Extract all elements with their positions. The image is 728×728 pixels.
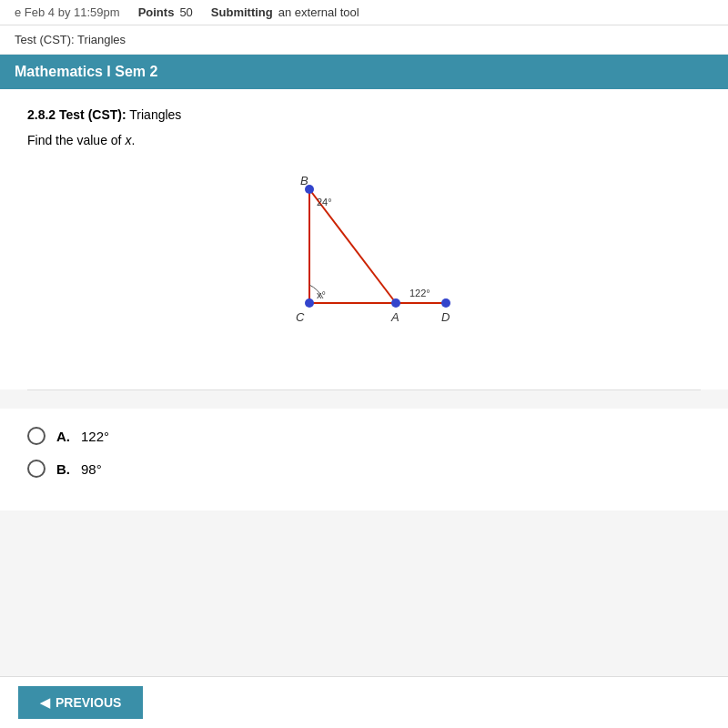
radio-b[interactable] bbox=[27, 460, 46, 478]
main-content: 2.8.2 Test (CST): Triangles Find the val… bbox=[0, 89, 728, 389]
svg-text:D: D bbox=[441, 310, 450, 324]
svg-text:A: A bbox=[390, 310, 399, 324]
svg-text:122°: 122° bbox=[410, 288, 430, 298]
bottom-nav: ◀ PREVIOUS bbox=[0, 676, 728, 728]
submitting-info: Submitting an external tool bbox=[211, 5, 359, 19]
section-header: Mathematics I Sem 2 bbox=[0, 55, 728, 89]
top-bar: e Feb 4 by 11:59pm Points 50 Submitting … bbox=[0, 0, 728, 25]
points-info: Points 50 bbox=[138, 5, 193, 19]
submitting-value: an external tool bbox=[278, 5, 359, 19]
radio-a[interactable] bbox=[27, 427, 46, 445]
prev-arrow-icon: ◀ bbox=[40, 695, 50, 710]
answer-b-label: B. bbox=[56, 461, 70, 477]
section-title: Mathematics I Sem 2 bbox=[15, 64, 157, 79]
points-label: Points bbox=[138, 5, 175, 19]
question-title-bold: 2.8.2 Test (CST): bbox=[27, 107, 126, 122]
svg-text:B: B bbox=[300, 174, 308, 187]
question-title: 2.8.2 Test (CST): Triangles bbox=[27, 107, 701, 122]
answer-section: A. 122° B. 98° bbox=[0, 409, 728, 511]
svg-text:24°: 24° bbox=[317, 197, 332, 207]
svg-point-4 bbox=[305, 298, 314, 308]
svg-point-5 bbox=[391, 298, 400, 308]
triangle-diagram: B 24° C x° A D 122° bbox=[237, 162, 491, 344]
answer-choice-b[interactable]: B. 98° bbox=[27, 460, 701, 478]
answer-choice-a[interactable]: A. 122° bbox=[27, 427, 701, 445]
breadcrumb-text: Test (CST): Triangles bbox=[15, 33, 126, 46]
svg-point-6 bbox=[441, 298, 450, 308]
due-label: e Feb 4 by 11:59pm bbox=[15, 5, 120, 19]
question-body: Find the value of x. bbox=[27, 133, 701, 147]
question-title-rest: Triangles bbox=[129, 107, 181, 122]
previous-button[interactable]: ◀ PREVIOUS bbox=[18, 686, 143, 719]
answer-b-value: 98° bbox=[81, 461, 102, 477]
breadcrumb: Test (CST): Triangles bbox=[0, 25, 728, 55]
divider bbox=[27, 389, 701, 390]
answer-a-label: A. bbox=[56, 429, 70, 444]
points-value: 50 bbox=[179, 5, 192, 19]
previous-label: PREVIOUS bbox=[56, 695, 121, 710]
submitting-label: Submitting bbox=[211, 5, 273, 19]
svg-text:C: C bbox=[296, 310, 305, 324]
answer-a-value: 122° bbox=[81, 429, 109, 444]
diagram-container: B 24° C x° A D 122° bbox=[27, 162, 701, 344]
due-date: e Feb 4 by 11:59pm bbox=[15, 5, 120, 19]
